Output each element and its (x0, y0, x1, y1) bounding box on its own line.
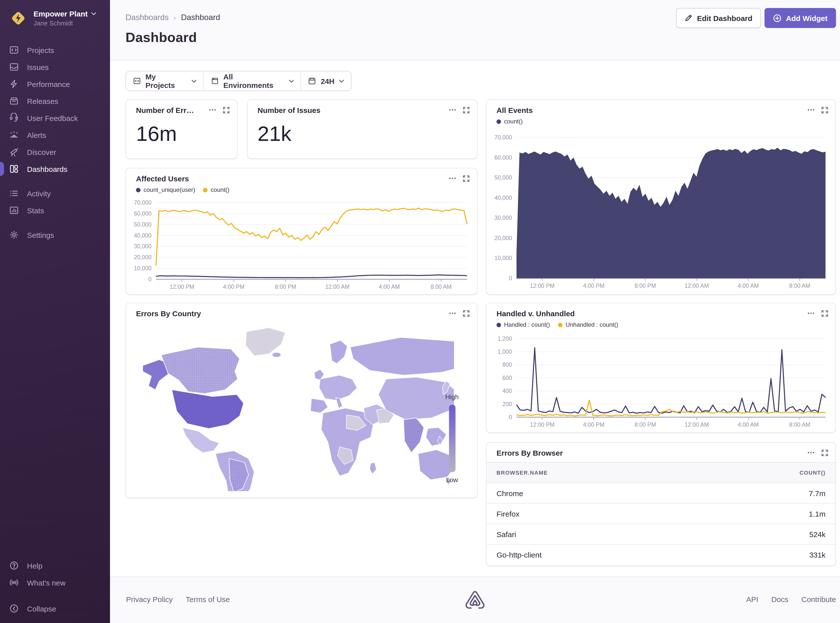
sidebar-item-settings[interactable]: Settings (0, 226, 110, 243)
environments-filter[interactable]: All Environments (203, 71, 301, 91)
contribute-link[interactable]: Contribute (802, 595, 836, 603)
sidebar-item-alerts[interactable]: Alerts (0, 126, 110, 143)
svg-text:4:00 AM: 4:00 AM (738, 421, 759, 428)
column-browser-name: BROWSER.NAME (497, 470, 548, 476)
browser-errors-table: BROWSER.NAME COUNT() Chrome 7.7m Firefox… (486, 462, 835, 566)
legend-label: count() (504, 118, 523, 125)
svg-text:8:00 AM: 8:00 AM (789, 282, 810, 289)
sidebar-item-issues[interactable]: Issues (0, 58, 110, 75)
legend-label: Handled : count() (504, 321, 550, 328)
widget-expand-icon[interactable] (821, 106, 829, 114)
svg-text:10,000: 10,000 (134, 265, 151, 272)
widget-menu-icon[interactable] (807, 106, 815, 114)
widget-expand-icon[interactable] (463, 175, 470, 182)
widget-menu-icon[interactable] (449, 309, 457, 317)
user-feedback-icon (9, 113, 19, 123)
widget-expand-icon[interactable] (463, 310, 470, 317)
svg-text:60,000: 60,000 (494, 154, 512, 161)
widget-menu-icon[interactable] (807, 309, 815, 317)
widget-all-events: All Events count() 010,00020,00030,00040… (486, 100, 836, 295)
svg-text:12:00 PM: 12:00 PM (530, 421, 554, 428)
sidebar-item-dashboards[interactable]: Dashboards (0, 160, 110, 177)
add-widget-button[interactable]: Add Widget (765, 8, 836, 28)
svg-text:40,000: 40,000 (134, 232, 151, 239)
sidebar-item-collapse[interactable]: Collapse (0, 600, 110, 617)
svg-text:30,000: 30,000 (134, 243, 151, 250)
widget-menu-icon[interactable] (449, 106, 457, 114)
svg-text:70,000: 70,000 (494, 134, 512, 141)
widget-expand-icon[interactable] (223, 106, 230, 114)
edit-dashboard-label: Edit Dashboard (697, 14, 752, 22)
sidebar-item-releases[interactable]: Releases (0, 92, 110, 109)
svg-text:12:00 AM: 12:00 AM (685, 282, 709, 289)
sidebar-item-activity[interactable]: Activity (0, 185, 110, 202)
widget-expand-icon[interactable] (463, 106, 470, 114)
breadcrumb-current: Dashboard (181, 13, 220, 22)
chevron-down-icon (289, 79, 294, 83)
environments-filter-label: All Environments (223, 72, 284, 89)
column-count: COUNT() (800, 470, 826, 476)
svg-text:800: 800 (503, 361, 512, 368)
svg-text:4:00 PM: 4:00 PM (583, 282, 605, 289)
widget-menu-icon[interactable] (209, 106, 217, 114)
add-widget-label: Add Widget (786, 14, 828, 22)
widget-title: Errors By Browser (497, 449, 563, 457)
widget-title: Number of Issues (257, 106, 320, 114)
breadcrumb-dashboards[interactable]: Dashboards (126, 13, 169, 22)
svg-text:0: 0 (509, 414, 512, 420)
widget-expand-icon[interactable] (821, 449, 829, 456)
table-row[interactable]: Chrome 7.7m (486, 483, 835, 503)
svg-text:400: 400 (503, 388, 512, 394)
widget-expand-icon[interactable] (821, 310, 829, 317)
svg-text:8:00 PM: 8:00 PM (634, 282, 656, 289)
browser-count: 1.1m (809, 509, 826, 518)
sidebar-item-label: Stats (27, 206, 44, 215)
sidebar-item-whats-new[interactable]: What's new (0, 574, 110, 591)
browser-name: Firefox (497, 509, 520, 518)
table-row[interactable]: Firefox 1.1m (486, 503, 835, 524)
sidebar-item-label: What's new (27, 578, 66, 587)
issues-icon (9, 62, 19, 72)
org-logo-icon (9, 9, 28, 28)
chart-legend: count_unique(user) count() (136, 186, 229, 193)
table-row[interactable]: Go-http-client 331k (486, 545, 835, 565)
broadcast-icon (9, 577, 19, 588)
org-switcher[interactable]: Empower Plant Jane Schmidt (0, 0, 110, 34)
time-range-filter[interactable]: 24H (301, 71, 351, 91)
org-name: Empower Plant (34, 9, 88, 18)
widget-menu-icon[interactable] (449, 174, 457, 183)
table-header: BROWSER.NAME COUNT() (486, 462, 835, 483)
sidebar-item-user-feedback[interactable]: User Feedback (0, 109, 110, 126)
widget-title: Handled v. Unhandled (497, 309, 575, 318)
docs-link[interactable]: Docs (771, 595, 788, 603)
svg-text:8:00 PM: 8:00 PM (275, 284, 297, 290)
sidebar-item-performance[interactable]: Performance (0, 75, 110, 92)
chevron-down-icon (91, 12, 97, 15)
sidebar-item-stats[interactable]: Stats (0, 202, 110, 219)
privacy-policy-link[interactable]: Privacy Policy (126, 595, 173, 603)
svg-text:0: 0 (509, 275, 512, 282)
svg-text:40,000: 40,000 (494, 195, 512, 201)
sidebar-item-help[interactable]: Help (0, 557, 110, 574)
legend-label: count() (211, 186, 229, 193)
errors-count-value: 16m (136, 122, 177, 146)
table-row[interactable]: Safari 524k (486, 524, 835, 545)
breadcrumb-chevron-icon: › (174, 14, 176, 21)
sidebar-item-discover[interactable]: Discover (0, 143, 110, 160)
widget-menu-icon[interactable] (807, 449, 815, 457)
terms-of-use-link[interactable]: Terms of Use (186, 595, 230, 603)
projects-filter[interactable]: My Projects (126, 71, 203, 91)
api-link[interactable]: API (746, 595, 758, 603)
svg-text:12:00 PM: 12:00 PM (169, 284, 194, 290)
map-legend: High Low (442, 393, 462, 483)
browser-name: Chrome (497, 489, 523, 497)
svg-text:50,000: 50,000 (134, 221, 151, 228)
svg-text:12:00 PM: 12:00 PM (530, 282, 554, 289)
svg-text:12:00 AM: 12:00 AM (325, 284, 349, 290)
edit-dashboard-button[interactable]: Edit Dashboard (676, 8, 761, 28)
sidebar-item-projects[interactable]: Projects (0, 41, 110, 58)
browser-name: Go-http-client (497, 551, 542, 559)
widget-title: Number of Err… (136, 106, 194, 114)
projects-icon (9, 45, 19, 55)
sidebar-item-label: Collapse (27, 604, 56, 613)
